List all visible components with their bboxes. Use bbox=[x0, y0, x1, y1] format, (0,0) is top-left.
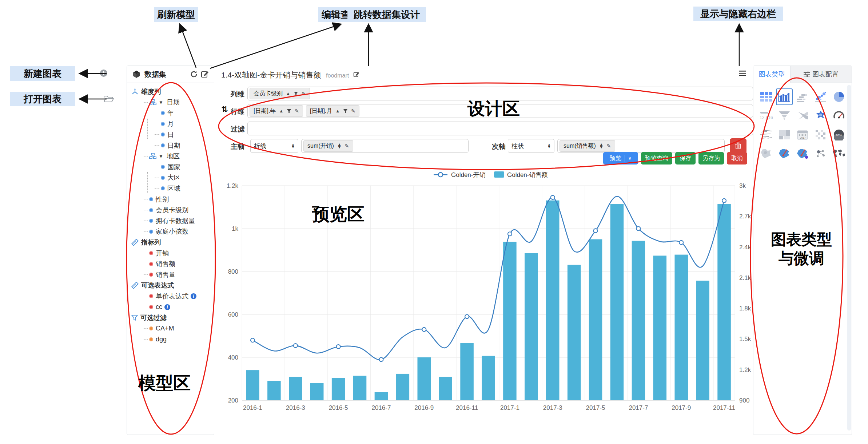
chart-type-china-map[interactable] bbox=[776, 145, 793, 162]
tree-item-销售量[interactable]: 销售量 bbox=[143, 269, 175, 280]
bar-2016-5[interactable] bbox=[332, 378, 345, 400]
line-point-2017-11[interactable] bbox=[722, 199, 726, 203]
chart-type-stacked-bar[interactable] bbox=[794, 88, 811, 105]
line-point-2016-7[interactable] bbox=[379, 357, 383, 361]
chart-type-funnel-chart[interactable] bbox=[776, 107, 793, 124]
button-预览查询[interactable]: 预览查询 bbox=[641, 152, 672, 164]
tree-item-会员卡级别[interactable]: 会员卡级别 bbox=[143, 205, 188, 215]
chart-type-gauge-chart[interactable] bbox=[831, 107, 847, 124]
tree-item-指标列[interactable]: 指标列 bbox=[131, 237, 161, 247]
tree-item-日[interactable]: 日 bbox=[155, 129, 174, 140]
edit-title-icon[interactable] bbox=[353, 71, 359, 79]
tree-item-地区[interactable]: ▼地区 bbox=[143, 151, 180, 162]
refresh-model-icon[interactable] bbox=[190, 70, 198, 78]
edit-query-icon[interactable] bbox=[201, 70, 209, 78]
bar-2016-7[interactable] bbox=[375, 392, 388, 400]
sort-icon[interactable]: ▲ bbox=[286, 91, 290, 96]
bar-2017-8[interactable] bbox=[653, 255, 667, 400]
tree-item-CA+M[interactable]: CA+M bbox=[143, 323, 174, 334]
pill-sum(开销)[interactable]: sum(开销)▲▼✎ bbox=[303, 140, 353, 152]
bar-2017-6[interactable] bbox=[610, 204, 624, 400]
tree-item-年[interactable]: 年 bbox=[155, 108, 174, 118]
tree-item-日期[interactable]: 日期 bbox=[155, 140, 180, 151]
line-point-2016-11[interactable] bbox=[465, 314, 469, 318]
line-point-2017-7[interactable] bbox=[636, 227, 640, 231]
tree-item-cc[interactable]: cci bbox=[143, 302, 170, 312]
chart-type-scatter-chart[interactable] bbox=[812, 88, 829, 105]
chart-type-pie-chart[interactable] bbox=[831, 88, 847, 105]
line-point-2016-3[interactable] bbox=[294, 344, 298, 348]
chart-type-bar-chart-selected[interactable] bbox=[776, 88, 793, 105]
tab-chart-type[interactable]: 图表类型 bbox=[753, 66, 791, 83]
chart-legend[interactable]: Golden-开销Golden-销售额 bbox=[434, 171, 548, 178]
chart-type-province-map[interactable] bbox=[758, 145, 775, 162]
tree-item-维度列[interactable]: 维度列 bbox=[131, 86, 161, 97]
tree-item-家庭小孩数[interactable]: 家庭小孩数 bbox=[143, 226, 188, 237]
bar-2017-7[interactable] bbox=[632, 241, 645, 400]
chart-type-sankey-chart[interactable] bbox=[794, 107, 811, 124]
bar-2017-2[interactable] bbox=[525, 253, 538, 400]
bar-2016-2[interactable] bbox=[267, 381, 281, 400]
delete-secondary-axis-button[interactable] bbox=[730, 138, 746, 154]
filter-icon[interactable] bbox=[343, 109, 348, 114]
sort-icon[interactable]: ▲ bbox=[335, 108, 340, 114]
bar-2016-11[interactable] bbox=[460, 343, 474, 400]
chevron-down-icon[interactable]: ∨ bbox=[628, 156, 632, 161]
line-point-2016-1[interactable] bbox=[251, 338, 255, 342]
info-icon[interactable]: i bbox=[191, 293, 196, 299]
caret-down-icon[interactable]: ▼ bbox=[159, 100, 163, 105]
tree-item-国家[interactable]: 国家 bbox=[155, 162, 180, 172]
bar-2016-3[interactable] bbox=[289, 377, 302, 400]
bar-2017-5[interactable] bbox=[589, 239, 602, 401]
tree-item-大区[interactable]: 大区 bbox=[155, 173, 180, 183]
pill-sum(销售额)[interactable]: sum(销售额)▲▼✎ bbox=[560, 140, 615, 152]
new-chart-button[interactable] bbox=[99, 68, 108, 79]
tree-item-dgg[interactable]: dgg bbox=[143, 334, 167, 345]
tree-item-日期[interactable]: ▼日期 bbox=[143, 97, 180, 108]
button-另存为[interactable]: 另存为 bbox=[698, 152, 724, 164]
bar-2016-10[interactable] bbox=[439, 377, 452, 400]
edit-pill-icon[interactable]: ✎ bbox=[607, 143, 611, 149]
button-保存[interactable]: 保存 bbox=[675, 152, 696, 164]
bar-2016-1[interactable] bbox=[246, 370, 259, 400]
chart-type-number-card[interactable]: 12,816 bbox=[758, 107, 775, 124]
tree-item-月[interactable]: 月 bbox=[155, 119, 174, 129]
pill-会员卡级别[interactable]: 会员卡级别▲✎ bbox=[250, 88, 310, 99]
chart-type-heatmap-chart[interactable] bbox=[812, 126, 829, 143]
tree-item-性别[interactable]: 性别 bbox=[143, 194, 169, 205]
line-point-2016-5[interactable] bbox=[337, 345, 341, 349]
primary-measure-field[interactable]: sum(开销)▲▼✎ bbox=[301, 139, 469, 153]
open-chart-button[interactable] bbox=[103, 94, 114, 105]
bar-2016-12[interactable] bbox=[482, 356, 495, 400]
filter-icon[interactable] bbox=[287, 109, 291, 114]
chart-type-word-cloud[interactable] bbox=[758, 126, 775, 143]
line-point-2017-3[interactable] bbox=[551, 195, 555, 199]
tree-item-拥有卡数据量[interactable]: 拥有卡数据量 bbox=[143, 215, 195, 226]
bar-2016-4[interactable] bbox=[310, 383, 324, 400]
chart-type-world-map[interactable] bbox=[831, 145, 847, 162]
line-point-2017-1[interactable] bbox=[508, 232, 512, 236]
button-取消[interactable]: 取消 bbox=[727, 152, 747, 164]
sort-icon[interactable]: ▲ bbox=[279, 108, 283, 114]
bar-2017-1[interactable] bbox=[503, 242, 517, 400]
bar-2016-9[interactable] bbox=[417, 357, 431, 400]
pill-[日期].年[interactable]: [日期].年▲✎ bbox=[250, 105, 303, 117]
tree-item-销售额[interactable]: 销售额 bbox=[143, 259, 175, 269]
bar-2017-10[interactable] bbox=[696, 281, 709, 400]
edit-pill-icon[interactable]: ✎ bbox=[302, 91, 306, 96]
bar-2017-9[interactable] bbox=[674, 255, 688, 400]
info-icon[interactable]: i bbox=[164, 304, 170, 310]
right-panel-scrollbar[interactable] bbox=[847, 85, 851, 431]
secondary-type-select[interactable]: 柱状▲▼ bbox=[508, 139, 554, 153]
edit-pill-icon[interactable]: ✎ bbox=[345, 143, 349, 149]
bar-2016-6[interactable] bbox=[353, 376, 367, 400]
tree-item-可选表达式[interactable]: 可选表达式 bbox=[131, 280, 174, 291]
bar-2017-11[interactable] bbox=[717, 204, 731, 400]
line-point-2017-9[interactable] bbox=[679, 241, 683, 245]
chart-type-treemap-chart[interactable] bbox=[776, 126, 793, 143]
tree-item-可选过滤[interactable]: 可选过滤 bbox=[131, 313, 167, 323]
pill-[日期].月[interactable]: [日期].月▲✎ bbox=[306, 105, 359, 117]
bar-series[interactable] bbox=[246, 201, 731, 400]
edit-pill-icon[interactable]: ✎ bbox=[351, 108, 355, 114]
chart-type-calendar-chart[interactable]: 2017 bbox=[794, 126, 811, 143]
